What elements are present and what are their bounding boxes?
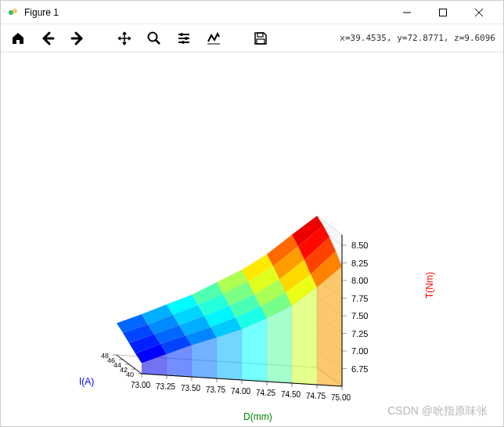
forward-icon[interactable] [68,29,87,48]
svg-text:74.25: 74.25 [256,389,275,397]
surface-plot: 6.757.007.257.507.758.008.258.5073.0073.… [87,162,423,421]
watermark: CSDN @吮指原味张 [387,404,488,418]
svg-text:74.50: 74.50 [281,390,301,399]
svg-point-12 [185,37,188,40]
svg-marker-80 [267,306,292,383]
app-icon [7,6,20,19]
toolbar: x=39.4535, y=72.8771, z=9.6096 [1,24,503,52]
window-title: Figure 1 [24,7,389,18]
figure-window: Figure 1 [0,0,504,427]
pan-icon[interactable] [115,29,134,48]
svg-rect-3 [440,9,447,16]
svg-text:73.25: 73.25 [156,382,175,391]
y-axis-label: I(A) [79,376,94,387]
svg-line-7 [156,40,160,44]
plot-area[interactable]: 6.757.007.257.507.758.008.258.5073.0073.… [1,52,503,426]
svg-text:75.00: 75.00 [331,393,351,402]
svg-marker-79 [242,318,267,382]
svg-text:7.00: 7.00 [351,346,368,356]
chart-3d: 6.757.007.257.507.758.008.258.5073.0073.… [87,162,423,421]
edit-axes-icon[interactable] [204,29,223,48]
x-axis-label: D(mm) [243,411,272,422]
zoom-icon[interactable] [145,29,164,48]
svg-text:8.25: 8.25 [351,259,368,268]
titlebar: Figure 1 [1,1,503,24]
svg-text:8.00: 8.00 [351,276,368,285]
svg-text:74.00: 74.00 [231,387,250,396]
save-icon[interactable] [251,29,270,48]
svg-text:73.00: 73.00 [131,381,150,389]
home-icon[interactable] [9,29,27,48]
minimize-button[interactable] [389,2,425,24]
coord-display: x=39.4535, y=72.8771, z=9.6096 [340,33,495,43]
maximize-button[interactable] [425,2,461,24]
svg-text:7.75: 7.75 [351,294,368,303]
svg-text:8.50: 8.50 [351,241,368,250]
z-axis-label: T(Nm) [424,272,435,299]
svg-text:73.75: 73.75 [206,385,225,394]
svg-text:6.75: 6.75 [351,364,368,374]
configure-icon[interactable] [175,29,193,48]
close-button[interactable] [461,2,497,24]
svg-text:7.50: 7.50 [351,311,368,320]
svg-text:48: 48 [101,352,109,360]
svg-point-1 [13,9,17,13]
svg-marker-78 [217,329,242,380]
window-controls [389,2,497,24]
svg-point-13 [182,41,185,44]
svg-point-11 [180,33,183,36]
svg-marker-77 [192,338,217,378]
back-icon[interactable] [38,29,57,48]
svg-rect-16 [257,39,265,44]
svg-text:74.75: 74.75 [306,392,326,400]
svg-text:7.25: 7.25 [351,329,368,338]
svg-marker-82 [317,266,342,386]
svg-point-6 [149,32,157,41]
svg-text:73.50: 73.50 [181,384,200,393]
